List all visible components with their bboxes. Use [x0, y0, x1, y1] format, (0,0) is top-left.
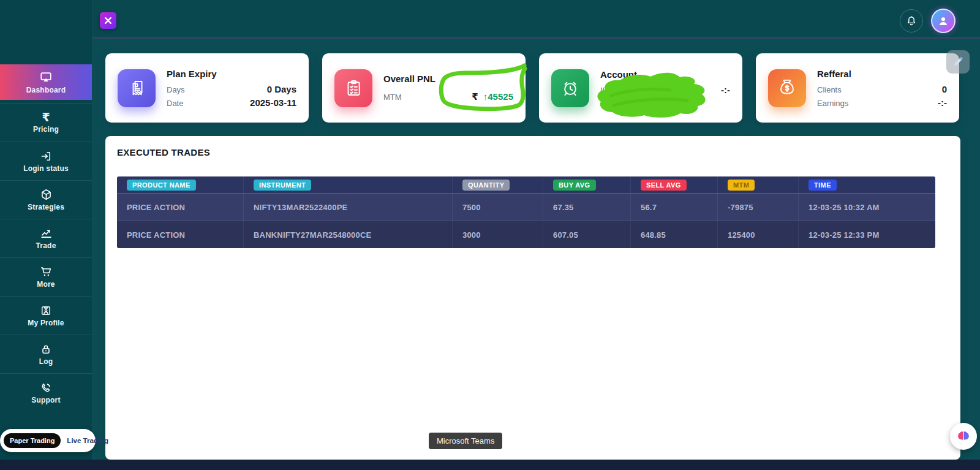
person-icon: [937, 14, 950, 28]
cell-sell-avg: 56.7: [641, 203, 657, 212]
receipt-icon: [118, 69, 156, 107]
cell-quantity: 7500: [462, 203, 481, 212]
column-header-mtm[interactable]: MTM: [728, 180, 755, 191]
dashboard-icon: [39, 70, 53, 84]
plan-expiry-card: Plan Expiry Days 0 Days Date 2025-03-11: [105, 53, 309, 123]
taskbar-edge: [0, 460, 980, 470]
pnl-amount: 45525: [488, 91, 513, 102]
sidebar-item-my-profile[interactable]: My Profile: [0, 296, 92, 335]
pencil-icon: [951, 55, 965, 69]
pnl-value: ₹↑45525: [472, 91, 513, 102]
user-avatar[interactable]: [931, 9, 956, 33]
paper-trading-button[interactable]: Paper Trading: [4, 433, 61, 448]
executed-trades-title: EXECUTED TRADES: [117, 147, 210, 157]
table-header-row: PRODUCT NAME INSTRUMENT QUANTITY BUY AVG…: [117, 176, 935, 193]
column-header-time[interactable]: TIME: [809, 180, 837, 191]
phone-icon: [40, 382, 52, 394]
sidebar: Dashboard ₹ Pricing Login status Strateg…: [0, 0, 92, 460]
cell-sell-avg: 648.85: [641, 230, 666, 240]
cell-time: 12-03-25 10:32 AM: [809, 203, 880, 212]
card-row-value: 0 Days: [267, 84, 296, 94]
money-bag-icon: [768, 69, 806, 107]
card-title: Refferal: [817, 69, 947, 79]
overall-pnl-card: Overall PNL MTM ₹↑45525: [322, 53, 526, 123]
chart-line-icon: [40, 227, 53, 240]
live-trading-button[interactable]: Live Trading: [67, 437, 108, 444]
column-header-product-name[interactable]: PRODUCT NAME: [127, 180, 196, 191]
sidebar-nav: Dashboard ₹ Pricing Login status Strateg…: [0, 64, 92, 412]
sidebar-item-label: Dashboard: [26, 86, 66, 94]
sidebar-item-label: Support: [31, 396, 60, 404]
column-header-instrument[interactable]: INSTRUMENT: [254, 180, 311, 191]
column-header-sell-avg[interactable]: SELL AVG: [641, 180, 687, 191]
lock-icon: [40, 343, 52, 355]
sidebar-item-pricing[interactable]: ₹ Pricing: [0, 103, 92, 142]
trading-mode-toggle: Paper Trading Live Trading: [0, 429, 96, 452]
edit-float-button[interactable]: [946, 50, 970, 74]
sidebar-item-login-status[interactable]: Login status: [0, 142, 92, 180]
trades-table: PRODUCT NAME INSTRUMENT QUANTITY BUY AVG…: [117, 176, 935, 248]
cell-buy-avg: 67.35: [553, 203, 574, 212]
sidebar-item-label: More: [37, 280, 55, 289]
cube-icon: [40, 188, 53, 201]
trading-dashboard-app: Dashboard ₹ Pricing Login status Strateg…: [0, 0, 980, 470]
sidebar-item-dashboard[interactable]: Dashboard: [0, 64, 92, 100]
cell-instrument: BANKNIFTY27MAR2548000CE: [254, 230, 371, 240]
sidebar-item-trade[interactable]: Trade: [0, 219, 92, 257]
header-divider: [0, 37, 980, 39]
header-bar: [0, 0, 980, 38]
close-button[interactable]: [100, 12, 116, 29]
card-row-label: Earnings: [817, 99, 848, 108]
clipboard-checklist-icon: [334, 69, 372, 107]
rupee-icon: ₹: [42, 112, 50, 123]
cell-quantity: 3000: [462, 230, 481, 240]
sidebar-item-label: Pricing: [33, 125, 59, 134]
card-row-value: 0: [942, 84, 947, 94]
rupee-symbol: ₹: [472, 91, 478, 102]
cell-product-name: PRICE ACTION: [127, 203, 185, 212]
brain-icon: [956, 430, 971, 442]
card-row-value: -:-: [938, 97, 947, 108]
column-header-buy-avg[interactable]: BUY AVG: [553, 180, 596, 191]
cart-icon: [40, 265, 53, 278]
alarm-clock-icon: [551, 69, 589, 107]
card-title: Plan Expiry: [167, 69, 296, 79]
brain-assistant-button[interactable]: [950, 423, 977, 450]
sidebar-item-label: Strategies: [28, 203, 64, 211]
refferal-card: Refferal Clients 0 Earnings -:-: [756, 53, 959, 123]
column-header-quantity[interactable]: QUANTITY: [462, 180, 510, 191]
sidebar-item-label: Login status: [23, 164, 69, 173]
card-title: Account: [600, 69, 730, 80]
sidebar-item-label: Log: [39, 357, 53, 366]
login-icon: [40, 150, 52, 162]
executed-trades-panel: EXECUTED TRADES PRODUCT NAME INSTRUMENT …: [105, 136, 960, 460]
table-row[interactable]: PRICE ACTION NIFTY13MAR2522400PE 7500 67…: [117, 193, 935, 221]
taskbar-tooltip: Microsoft Teams: [429, 433, 502, 449]
close-icon: [104, 17, 112, 25]
sidebar-item-log[interactable]: Log: [0, 335, 92, 373]
card-title: Overall PNL: [383, 74, 513, 84]
bell-icon: [905, 15, 918, 27]
sidebar-item-support[interactable]: Support: [0, 373, 92, 412]
table-row[interactable]: PRICE ACTION BANKNIFTY27MAR2548000CE 300…: [117, 221, 935, 248]
sidebar-item-strategies[interactable]: Strategies: [0, 180, 92, 219]
card-row-label: ID: [600, 86, 608, 95]
cell-buy-avg: 607.05: [553, 230, 578, 240]
sidebar-item-label: Trade: [36, 241, 56, 250]
card-row-value: 2025-03-11: [250, 97, 296, 108]
card-row-label: Days: [167, 85, 185, 94]
sidebar-item-more[interactable]: More: [0, 257, 92, 296]
account-card: Account ID -:- Broker: [539, 53, 742, 123]
card-row-label: Date: [167, 99, 183, 108]
cell-mtm: -79875: [728, 203, 753, 212]
card-row-label: MTM: [383, 93, 402, 102]
notifications-button[interactable]: [900, 9, 923, 32]
cell-instrument: NIFTY13MAR2522400PE: [254, 203, 347, 212]
sidebar-item-label: My Profile: [28, 319, 64, 327]
id-badge-icon: [40, 305, 52, 317]
card-row-label: Broker: [600, 98, 624, 107]
card-row-value: -:-: [721, 85, 730, 95]
cell-product-name: PRICE ACTION: [127, 230, 185, 240]
cell-mtm: 125400: [728, 230, 755, 240]
card-row-label: Clients: [817, 85, 842, 94]
